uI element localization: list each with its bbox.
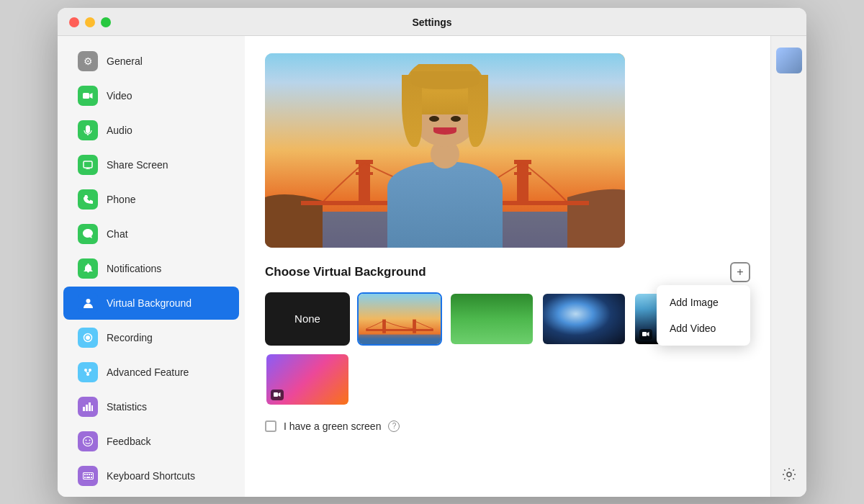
video-icon	[78, 86, 98, 106]
sidebar-label-video: Video	[107, 90, 132, 102]
minimize-button[interactable]	[85, 17, 95, 27]
sidebar-item-feedback[interactable]: Feedback	[63, 425, 239, 458]
sidebar-item-chat[interactable]: Chat	[63, 217, 239, 251]
svg-line-12	[86, 372, 88, 373]
svg-rect-14	[83, 407, 85, 411]
bg-option-purple[interactable]	[265, 353, 350, 406]
thumb-bridge-svg	[359, 314, 441, 344]
sidebar-label-statistics: Statistics	[107, 401, 147, 413]
audio-icon	[78, 120, 98, 140]
svg-rect-24	[89, 474, 90, 475]
bg-option-space[interactable]	[541, 292, 626, 346]
svg-point-10	[89, 369, 91, 372]
svg-rect-25	[91, 474, 92, 475]
sidebar-item-keyboard[interactable]: Keyboard Shortcuts	[63, 459, 239, 492]
sidebar-label-audio: Audio	[107, 125, 132, 136]
svg-rect-35	[517, 161, 528, 204]
video-badge-sky	[639, 329, 652, 340]
svg-rect-27	[86, 477, 90, 478]
general-icon: ⚙	[78, 51, 98, 71]
svg-rect-3	[84, 161, 92, 168]
svg-rect-0	[83, 93, 89, 99]
settings-window: Settings ⚙ General Video Audio	[58, 8, 806, 497]
help-icon[interactable]: ?	[388, 420, 400, 432]
sidebar-label-notifications: Notifications	[107, 263, 161, 274]
traffic-lights	[69, 17, 111, 27]
video-badge-purple	[271, 390, 284, 400]
none-label: None	[294, 312, 320, 325]
close-button[interactable]	[69, 17, 79, 27]
statistics-icon	[78, 397, 98, 417]
bg-option-none[interactable]: None	[265, 292, 350, 346]
recording-icon	[78, 328, 98, 348]
bg-option-golden-gate[interactable]	[357, 292, 442, 346]
titlebar: Settings	[58, 8, 806, 36]
sidebar-item-general[interactable]: ⚙ General	[63, 45, 239, 78]
svg-point-18	[84, 436, 93, 446]
sidebar-label-share: Share Screen	[107, 159, 168, 171]
svg-rect-22	[84, 474, 86, 475]
svg-rect-15	[86, 405, 88, 411]
svg-point-9	[84, 369, 87, 372]
settings-gear-button[interactable]	[778, 464, 800, 485]
sidebar-item-video[interactable]: Video	[63, 79, 239, 112]
add-dropdown-menu: Add Image Add Video	[657, 285, 750, 346]
svg-point-20	[89, 439, 91, 441]
svg-rect-26	[84, 477, 86, 478]
svg-rect-38	[359, 334, 441, 343]
add-button-container: + Add Image Add Video	[730, 262, 750, 282]
green-screen-row: I have a green screen ?	[265, 420, 750, 432]
person-overlay	[373, 64, 517, 248]
svg-point-19	[86, 439, 87, 441]
share-screen-icon	[78, 155, 98, 175]
sidebar-item-share-screen[interactable]: Share Screen	[63, 148, 239, 181]
svg-rect-16	[89, 402, 91, 411]
sidebar-label-advanced: Advanced Feature	[107, 366, 189, 378]
sidebar-item-recording[interactable]: Recording	[63, 321, 239, 354]
notifications-icon	[78, 258, 98, 279]
svg-rect-44	[274, 392, 278, 397]
user-avatar	[776, 48, 802, 73]
svg-marker-43	[647, 332, 649, 336]
green-screen-label: I have a green screen	[284, 420, 381, 432]
add-background-button[interactable]: +	[730, 262, 750, 282]
sidebar-label-phone: Phone	[107, 194, 135, 205]
svg-point-6	[86, 299, 90, 303]
sidebar-label-general: General	[107, 55, 143, 67]
sidebar-item-notifications[interactable]: Notifications	[63, 252, 239, 285]
sidebar-item-phone[interactable]: Phone	[63, 183, 239, 216]
right-panel	[770, 36, 806, 497]
svg-point-11	[86, 373, 89, 376]
main-layout: ⚙ General Video Audio	[58, 36, 806, 497]
add-video-option[interactable]: Add Video	[657, 315, 750, 341]
sidebar-item-advanced[interactable]: Advanced Feature	[63, 356, 239, 389]
svg-rect-32	[359, 161, 370, 204]
svg-marker-45	[279, 392, 281, 397]
choose-title: Choose Virtual Background	[265, 265, 426, 279]
keyboard-icon	[78, 466, 98, 486]
svg-line-13	[88, 372, 90, 373]
maximize-button[interactable]	[101, 17, 111, 27]
sidebar-item-virtual-background[interactable]: Virtual Background	[63, 287, 239, 320]
svg-point-46	[787, 472, 791, 477]
svg-rect-23	[86, 474, 88, 475]
sidebar-item-accessibility[interactable]: Accessibility	[63, 494, 239, 497]
sidebar-label-recording: Recording	[107, 332, 153, 343]
window-title: Settings	[412, 17, 451, 28]
plus-icon: +	[737, 266, 743, 279]
phone-icon	[78, 189, 98, 210]
svg-rect-39	[366, 329, 433, 331]
sidebar-label-chat: Chat	[107, 228, 128, 240]
svg-rect-28	[91, 477, 92, 478]
svg-rect-21	[83, 472, 93, 479]
green-screen-checkbox[interactable]	[265, 420, 276, 432]
choose-header: Choose Virtual Background + Add Image Ad…	[265, 262, 750, 282]
sidebar-item-statistics[interactable]: Statistics	[63, 390, 239, 423]
svg-rect-42	[642, 332, 647, 336]
sidebar-label-feedback: Feedback	[107, 436, 150, 447]
sidebar-item-audio[interactable]: Audio	[63, 114, 239, 147]
bg-option-green[interactable]	[449, 292, 534, 346]
sidebar: ⚙ General Video Audio	[58, 36, 245, 497]
add-image-option[interactable]: Add Image	[657, 289, 750, 315]
svg-rect-34	[356, 172, 373, 175]
